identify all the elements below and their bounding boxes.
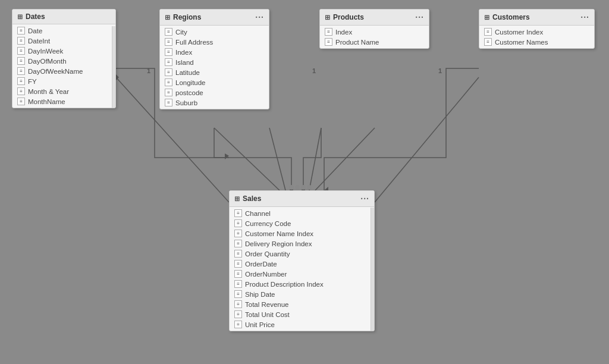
list-item: ≡DayOfWeekName — [12, 66, 115, 76]
field-icon: ≡ — [234, 230, 242, 237]
customers-table-header: ⊞ Customers ··· — [479, 10, 594, 26]
list-item: ≡Suburb — [160, 98, 269, 108]
list-item: ≡Channel — [230, 208, 374, 218]
field-icon: ≡ — [17, 98, 25, 105]
field-icon: ≡ — [17, 77, 25, 85]
customers-table-title: Customers — [492, 13, 530, 21]
customers-table-icon: ⊞ — [484, 14, 489, 21]
list-item: ≡Unit Price — [230, 319, 374, 330]
dates-table-header: ⊞ Dates — [12, 10, 115, 24]
regions-table-title: Regions — [173, 13, 201, 21]
field-icon: ≡ — [484, 28, 492, 36]
field-icon: ≡ — [234, 240, 242, 247]
field-icon: ≡ — [17, 27, 25, 34]
svg-marker-7 — [225, 153, 229, 159]
field-icon: ≡ — [234, 300, 242, 308]
list-item: ≡Latitude — [160, 67, 269, 77]
svg-point-11 — [301, 185, 306, 190]
list-item: ≡Total Unit Cost — [230, 309, 374, 319]
products-table: ⊞ Products ··· ≡Index ≡Product Name — [319, 9, 429, 49]
field-icon: ≡ — [17, 87, 25, 95]
list-item: ≡Full Address — [160, 37, 269, 47]
field-icon: ≡ — [17, 57, 25, 65]
list-item: ≡Index — [320, 27, 429, 37]
list-item: ≡DateInt — [12, 36, 115, 46]
field-icon: ≡ — [165, 28, 172, 36]
regions-table-menu[interactable]: ··· — [255, 12, 264, 22]
field-icon: ≡ — [17, 47, 25, 55]
svg-line-6 — [375, 77, 479, 202]
field-icon: ≡ — [165, 79, 172, 86]
list-item: ≡postcode — [160, 87, 269, 98]
svg-point-9 — [289, 185, 294, 190]
sales-table-icon: ⊞ — [234, 195, 240, 203]
field-icon: ≡ — [234, 219, 242, 227]
list-item: ≡Product Description Index — [230, 279, 374, 289]
field-icon: ≡ — [234, 260, 242, 268]
list-item: ≡Customer Name Index — [230, 228, 374, 239]
sales-table-header: ⊞ Sales ··· — [230, 191, 374, 207]
regions-table: ⊞ Regions ··· ≡City ≡Full Address ≡Index… — [159, 9, 269, 109]
svg-point-10 — [295, 185, 300, 190]
products-table-body: ≡Index ≡Product Name — [320, 26, 429, 48]
list-item: ≡Customer Names — [479, 37, 594, 47]
list-item: ≡Currency Code — [230, 218, 374, 228]
list-item: ≡Delivery Region Index — [230, 239, 374, 249]
svg-text:1: 1 — [312, 67, 316, 74]
svg-text:1: 1 — [438, 67, 442, 74]
customers-table-body: ≡Customer Index ≡Customer Names — [479, 26, 594, 48]
field-icon: ≡ — [165, 58, 172, 66]
list-item: ≡DayOfMonth — [12, 56, 115, 66]
field-icon: ≡ — [325, 28, 332, 36]
list-item: ≡OrderNumber — [230, 269, 374, 279]
field-icon: ≡ — [165, 68, 172, 76]
regions-table-header: ⊞ Regions ··· — [160, 10, 269, 26]
sales-table: ⊞ Sales ··· ≡Channel ≡Currency Code ≡Cus… — [229, 190, 375, 331]
products-table-title: Products — [333, 13, 364, 21]
field-icon: ≡ — [234, 250, 242, 258]
svg-line-5 — [309, 128, 321, 190]
list-item: ≡Month & Year — [12, 86, 115, 96]
field-icon: ≡ — [234, 270, 242, 278]
field-icon: ≡ — [165, 99, 172, 106]
list-item: ≡DayInWeek — [12, 46, 115, 56]
list-item: ≡Date — [12, 26, 115, 36]
products-table-header: ⊞ Products ··· — [320, 10, 429, 26]
list-item: ≡City — [160, 27, 269, 37]
svg-marker-1 — [116, 74, 119, 80]
field-icon: ≡ — [234, 321, 242, 328]
field-icon: ≡ — [234, 209, 242, 217]
field-icon: ≡ — [325, 38, 332, 46]
customers-table-menu[interactable]: ··· — [580, 12, 589, 22]
list-item: ≡OrderDate — [230, 259, 374, 269]
dates-table-icon: ⊞ — [17, 13, 23, 21]
field-icon: ≡ — [234, 290, 242, 298]
field-icon: ≡ — [234, 280, 242, 288]
field-icon: ≡ — [17, 67, 25, 75]
field-icon: ≡ — [165, 89, 172, 96]
products-table-menu[interactable]: ··· — [415, 12, 424, 22]
field-icon: ≡ — [234, 310, 242, 318]
field-icon: ≡ — [484, 38, 492, 46]
field-icon: ≡ — [165, 48, 172, 56]
svg-line-3 — [269, 128, 285, 190]
field-icon: ≡ — [165, 38, 172, 46]
list-item: ≡Longitude — [160, 77, 269, 87]
svg-point-12 — [307, 185, 312, 190]
list-item: ≡Island — [160, 57, 269, 67]
sales-table-title: Sales — [243, 194, 261, 203]
dates-table: ⊞ Dates ≡Date ≡DateInt ≡DayInWeek ≡DayOf… — [12, 9, 116, 108]
svg-line-4 — [315, 128, 375, 190]
dates-table-title: Dates — [26, 12, 45, 21]
products-table-icon: ⊞ — [325, 14, 330, 21]
list-item: ≡Order Quantity — [230, 249, 374, 259]
svg-line-2 — [214, 128, 280, 190]
list-item: ≡FY — [12, 76, 115, 86]
regions-table-body: ≡City ≡Full Address ≡Index ≡Island ≡Lati… — [160, 26, 269, 109]
list-item: ≡Total Revenue — [230, 299, 374, 309]
svg-text:1: 1 — [147, 67, 150, 74]
sales-table-menu[interactable]: ··· — [360, 194, 369, 203]
customers-table: ⊞ Customers ··· ≡Customer Index ≡Custome… — [479, 9, 595, 49]
regions-table-icon: ⊞ — [165, 14, 170, 21]
dates-table-body: ≡Date ≡DateInt ≡DayInWeek ≡DayOfMonth ≡D… — [12, 24, 115, 108]
